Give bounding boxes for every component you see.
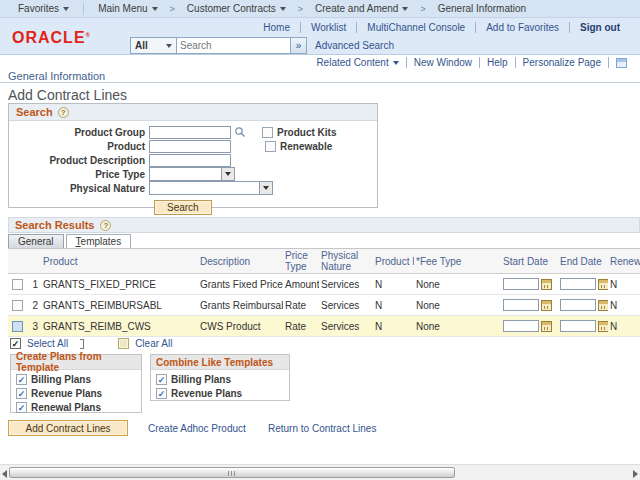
chevron-down-icon [166, 44, 172, 48]
select-all-link[interactable]: Select All [27, 338, 68, 349]
renewable-checkbox[interactable] [265, 141, 276, 152]
scroll-right-arrow[interactable] [633, 470, 638, 478]
renewal-plans-label: Renewal Plans [31, 402, 101, 413]
breadcrumb-label: Main Menu [98, 3, 147, 14]
price-type-select[interactable] [149, 167, 235, 181]
home-link[interactable]: Home [253, 22, 301, 33]
column-header-start-date[interactable]: Start Date [501, 256, 558, 267]
dropdown-button[interactable] [259, 182, 272, 194]
end-date-input[interactable] [560, 299, 596, 311]
return-to-contract-lines-link[interactable]: Return to Contract Lines [268, 423, 376, 434]
column-header-renewable[interactable]: Renewable [608, 256, 640, 267]
advanced-search-link[interactable]: Advanced Search [315, 40, 394, 51]
product-kits-group: Product Kits [262, 127, 336, 138]
search-results-title: Search Results [15, 219, 94, 231]
calendar-icon[interactable] [598, 321, 608, 332]
cell-price-type: Amount [283, 279, 319, 290]
row-select-checkbox[interactable] [12, 279, 23, 290]
help-icon[interactable]: ? [58, 107, 69, 118]
tab-general[interactable]: General [8, 234, 64, 248]
related-content-label: Related Content [316, 57, 388, 68]
clear-all-icon[interactable] [118, 338, 129, 349]
chevron-down-icon [263, 186, 269, 190]
product-description-input[interactable] [149, 154, 231, 167]
product-input[interactable] [149, 140, 231, 153]
renewal-plans-option: ✓ Renewal Plans [16, 402, 141, 413]
add-to-favorites-link[interactable]: Add to Favorites [476, 22, 570, 33]
calendar-icon[interactable] [541, 321, 552, 332]
component-title: General Information [8, 70, 105, 82]
calendar-icon[interactable] [541, 300, 552, 311]
search-scope-dropdown[interactable]: All [130, 37, 176, 54]
product-description-label: Product Description [9, 155, 149, 166]
search-button[interactable]: Search [154, 200, 212, 215]
grid-icon [616, 58, 627, 68]
billing-plans-checkbox[interactable]: ✓ [16, 374, 27, 385]
renewal-plans-checkbox[interactable]: ✓ [16, 402, 27, 413]
create-adhoc-product-link[interactable]: Create Adhoc Product [148, 423, 246, 434]
column-header-description[interactable]: Description [198, 256, 283, 267]
clear-all-link[interactable]: Clear All [135, 338, 172, 349]
chevron-down-icon [402, 7, 408, 11]
lookup-magnifier-icon[interactable] [234, 126, 246, 138]
multichannel-console-link[interactable]: MultiChannel Console [357, 22, 476, 33]
column-header-fee-type[interactable]: *Fee Type [414, 256, 501, 267]
add-contract-lines-button[interactable]: Add Contract Lines [8, 420, 128, 436]
grid-actions-row: ✓ Select All Clear All [10, 338, 172, 349]
scrollbar-thumb[interactable] [9, 467, 455, 478]
global-search-input[interactable] [176, 37, 291, 54]
breadcrumb-favorites[interactable]: Favorites [10, 3, 77, 14]
search-group-box: Search ? Product Group Product Kits Prod… [8, 103, 378, 208]
product-group-input[interactable] [149, 126, 231, 139]
breadcrumb-general-information: General Information [430, 3, 534, 14]
column-header-end-date[interactable]: End Date [558, 256, 608, 267]
renewable-label: Renewable [280, 141, 332, 152]
row-number: 1 [26, 279, 41, 290]
breadcrumb-main-menu[interactable]: Main Menu [90, 3, 165, 14]
combine-billing-plans-checkbox[interactable]: ✓ [156, 374, 167, 385]
row-select-checkbox[interactable] [12, 321, 23, 332]
worklist-link[interactable]: Worklist [301, 22, 357, 33]
end-date-input[interactable] [560, 278, 596, 290]
revenue-plans-checkbox[interactable]: ✓ [16, 388, 27, 399]
related-content-menu[interactable]: Related Content [309, 57, 406, 68]
column-header-product[interactable]: Product [41, 256, 198, 267]
breadcrumb-customer-contracts[interactable]: Customer Contracts [179, 3, 294, 14]
cell-description: CWS Product [198, 321, 283, 332]
scroll-left-arrow[interactable] [2, 470, 7, 478]
horizontal-scrollbar[interactable] [0, 464, 640, 480]
calendar-icon[interactable] [541, 279, 552, 290]
breadcrumb-separator: > [166, 4, 179, 14]
calendar-icon[interactable] [598, 300, 608, 311]
product-kits-checkbox[interactable] [262, 127, 273, 138]
personalize-page-link[interactable]: Personalize Page [516, 57, 609, 68]
calendar-icon[interactable] [598, 279, 608, 290]
row-select-checkbox[interactable] [12, 300, 23, 311]
table-row: 2 GRANTS_REIMBURSABL Grants Reimbursable… [8, 295, 640, 316]
column-header-product-kit[interactable]: Product Kit [373, 256, 414, 267]
chevron-down-icon [280, 7, 286, 11]
end-date-input[interactable] [560, 320, 596, 332]
start-date-input[interactable] [503, 278, 539, 290]
tab-templates[interactable]: Templates [66, 234, 132, 248]
tab-label: Templates [76, 236, 122, 247]
start-date-input[interactable] [503, 299, 539, 311]
cell-product-kit: N [373, 279, 414, 290]
help-icon[interactable]: ? [100, 220, 111, 231]
dropdown-button[interactable] [221, 168, 234, 180]
sign-out-link[interactable]: Sign out [570, 22, 630, 33]
new-window-link[interactable]: New Window [407, 57, 480, 68]
start-date-input[interactable] [503, 320, 539, 332]
chevron-down-icon [225, 172, 231, 176]
row-number: 2 [26, 300, 41, 311]
physical-nature-select[interactable] [149, 181, 273, 195]
combine-revenue-plans-checkbox[interactable]: ✓ [156, 388, 167, 399]
results-grid-viewport: Product Description Price Type Physical … [8, 248, 640, 337]
search-go-button[interactable]: » [291, 37, 307, 54]
personalize-layout-button[interactable] [609, 58, 634, 68]
breadcrumb-create-and-amend[interactable]: Create and Amend [307, 3, 416, 14]
column-header-price-type[interactable]: Price Type [283, 250, 319, 272]
select-all-checkbox[interactable]: ✓ [10, 338, 21, 349]
column-header-physical-nature[interactable]: Physical Nature [319, 250, 373, 272]
help-link[interactable]: Help [480, 57, 516, 68]
